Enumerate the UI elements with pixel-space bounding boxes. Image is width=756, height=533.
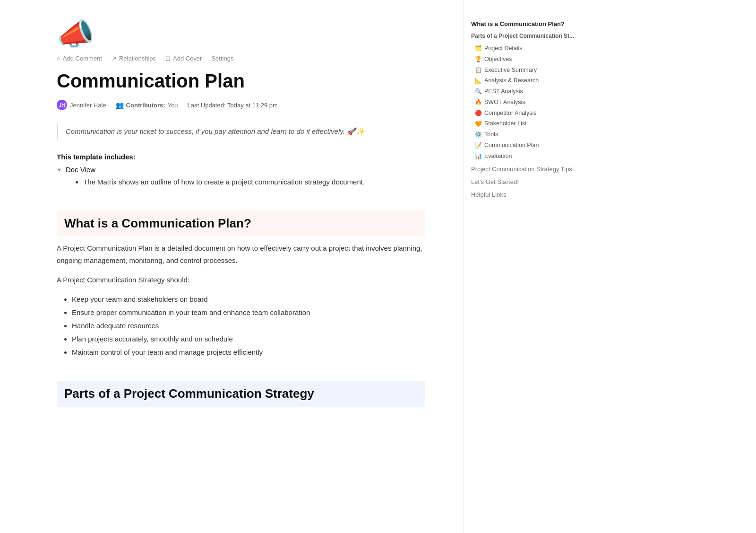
toc-sub-heading[interactable]: Parts of a Project Communication St... xyxy=(471,32,575,41)
toggle-arrow: ▼ xyxy=(57,167,62,173)
toc-item-label: Competitor Analysis xyxy=(484,109,536,118)
main-content: 📣 ○ Add Comment ↗ Relationships ⊡ Add Co… xyxy=(0,0,463,533)
page-icon: 📣 xyxy=(57,19,425,49)
section2-heading: Parts of a Project Communication Strateg… xyxy=(64,386,418,401)
bullet-item: Plan projects accurately, smoothly and o… xyxy=(72,333,425,345)
toc-item-label: Project Details xyxy=(484,44,523,53)
toc-section-3: Project Communication Strategy Tips! xyxy=(471,164,575,174)
author: JH Jennifer Hale xyxy=(57,100,106,110)
add-comment-button[interactable]: ○ Add Comment xyxy=(57,55,102,62)
bullet-item: Ensure proper communication in your team… xyxy=(72,307,425,318)
toc-item[interactable]: 🔴Competitor Analysis xyxy=(471,108,575,119)
toggle-item: The Matrix shows an outline of how to cr… xyxy=(83,176,425,188)
toc-link-4[interactable]: Helpful Links xyxy=(471,190,575,200)
toc-item-label: Evaluation xyxy=(484,152,512,161)
relationships-icon: ↗ xyxy=(112,55,117,62)
contributors: 👥 Contributors: You xyxy=(116,101,178,109)
section1-body1: A Project Communication Plan is a detail… xyxy=(57,242,425,266)
toolbar: ○ Add Comment ↗ Relationships ⊡ Add Cove… xyxy=(57,55,425,62)
toc-emoji: 📋 xyxy=(475,66,482,74)
contributors-label: Contributors: xyxy=(126,102,165,109)
avatar: JH xyxy=(57,100,67,110)
template-includes-label: This template includes: xyxy=(57,153,425,161)
toc-item-label: Objectives xyxy=(484,55,512,64)
toc-section-5: Helpful Links xyxy=(471,190,575,200)
meta-info: JH Jennifer Hale 👥 Contributors: You Las… xyxy=(57,100,425,110)
toc-item[interactable]: 📐Analysis & Research xyxy=(471,75,575,86)
toc-item[interactable]: 🗂️Project Details xyxy=(471,43,575,54)
toc-sub-items: 🗂️Project Details🏆Objectives📋Executive S… xyxy=(471,43,575,161)
toc-emoji: 📊 xyxy=(475,152,482,160)
section1-bullets: Keep your team and stakeholders on board… xyxy=(57,294,425,358)
toc-item-label: Tools xyxy=(484,130,498,139)
bullet-item: Maintain control of your team and manage… xyxy=(72,347,425,358)
toc-emoji: 🗂️ xyxy=(475,44,482,52)
toc-emoji: 📐 xyxy=(475,77,482,85)
quote-text: Communication is your ticket to success,… xyxy=(66,127,365,135)
toc-item-label: PEST Analysis xyxy=(484,87,523,96)
bullet-item: Keep your team and stakeholders on board xyxy=(72,294,425,305)
toc-item[interactable]: 📝Communication Plan xyxy=(471,140,575,151)
contributors-icon: 👥 xyxy=(116,101,124,109)
toc-item[interactable]: 🧡Stakeholder List xyxy=(471,118,575,129)
toc-link-1[interactable]: What is a Communication Plan? xyxy=(471,19,575,29)
toc-emoji: 🏆 xyxy=(475,55,482,63)
toggle-label: Doc View xyxy=(66,166,95,174)
toc-emoji: 🔥 xyxy=(475,98,482,106)
section1-body2: A Project Communication Strategy should: xyxy=(57,274,425,286)
toc-section-4: Let's Get Started! xyxy=(471,177,575,187)
cover-icon: ⊡ xyxy=(165,55,171,62)
page-title: Communication Plan xyxy=(57,70,425,92)
toc-section-2: Parts of a Project Communication St... 🗂… xyxy=(471,32,575,161)
relationships-button[interactable]: ↗ Relationships xyxy=(112,55,156,62)
section1-heading: What is a Communication Plan? xyxy=(64,216,418,231)
settings-label: Settings xyxy=(211,55,233,62)
section2: Parts of a Project Communication Strateg… xyxy=(57,381,425,407)
relationships-label: Relationships xyxy=(119,55,156,62)
toc-item[interactable]: 📊Evaluation xyxy=(471,151,575,162)
toc-item-label: Analysis & Research xyxy=(484,76,539,85)
section1-heading-block: What is a Communication Plan? xyxy=(57,210,425,236)
toc-item[interactable]: ⚙️Tools xyxy=(471,129,575,140)
last-updated: Last Updated: Today at 11:29 pm xyxy=(188,102,278,109)
toc-emoji: 📝 xyxy=(475,141,482,149)
comment-label: Add Comment xyxy=(63,55,102,62)
author-name: Jennifer Hale xyxy=(70,102,106,109)
toc-item-label: Executive Summary xyxy=(484,66,537,75)
bullet-item: Handle adequate resources xyxy=(72,320,425,332)
toc-item-label: Communication Plan xyxy=(484,141,539,150)
toc-item[interactable]: 📋Executive Summary xyxy=(471,65,575,76)
toc-item[interactable]: 🏆Objectives xyxy=(471,54,575,65)
last-updated-value: Today at 11:29 pm xyxy=(227,102,278,109)
toggle-content: The Matrix shows an outline of how to cr… xyxy=(68,176,425,188)
section1: What is a Communication Plan? A Project … xyxy=(57,210,425,358)
add-cover-button[interactable]: ⊡ Add Cover xyxy=(165,55,202,62)
toc-section-1: What is a Communication Plan? xyxy=(471,19,575,29)
last-updated-label: Last Updated: xyxy=(188,102,226,109)
table-of-contents: What is a Communication Plan? Parts of a… xyxy=(463,0,586,533)
cover-label: Add Cover xyxy=(173,55,202,62)
toc-link-3[interactable]: Let's Get Started! xyxy=(471,177,575,187)
contributors-value: You xyxy=(168,102,178,109)
toc-item-label: Stakeholder List xyxy=(484,119,527,128)
toc-emoji: 🔴 xyxy=(475,109,482,117)
toc-item[interactable]: 🔍PEST Analysis xyxy=(471,86,575,97)
toc-item-label: SWOT Analysis xyxy=(484,98,525,107)
toc-emoji: 🔍 xyxy=(475,87,482,96)
toc-link-2[interactable]: Project Communication Strategy Tips! xyxy=(471,164,575,174)
toc-emoji: 🧡 xyxy=(475,120,482,128)
settings-button[interactable]: Settings xyxy=(211,55,233,62)
section2-heading-block: Parts of a Project Communication Strateg… xyxy=(57,381,425,407)
toc-item[interactable]: 🔥SWOT Analysis xyxy=(471,97,575,108)
toc-emoji: ⚙️ xyxy=(475,130,482,139)
quote-block: Communication is your ticket to success,… xyxy=(57,123,425,140)
comment-icon: ○ xyxy=(57,55,60,62)
toggle-row[interactable]: ▼ Doc View xyxy=(57,166,425,174)
